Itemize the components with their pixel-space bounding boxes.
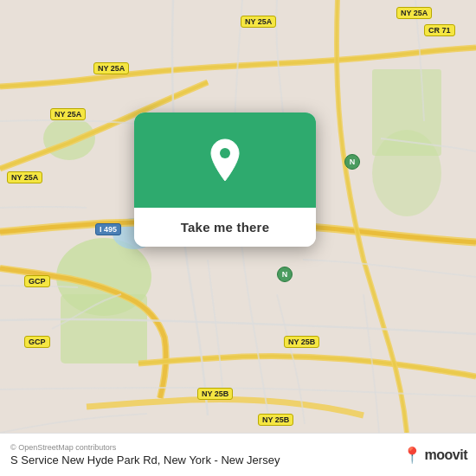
- attribution-text: © OpenStreetMap contributors: [10, 443, 280, 452]
- road-badge-ny25a-top-left: NY 25A: [93, 62, 129, 74]
- road-badge-gcp-2: GCP: [24, 336, 50, 348]
- popup-card: Take me there: [134, 113, 316, 247]
- moovit-logo: 📍 moovit: [402, 446, 467, 465]
- road-badge-ny25a-mid-left: NY 25A: [50, 108, 86, 120]
- map-container: NY 25ANY 25ANY 25ANY 25ANY 25ACR 71I 495…: [0, 0, 476, 433]
- road-badge-ny25a-far-left: NY 25A: [7, 171, 42, 183]
- road-badge-ny25a-top-right: NY 25A: [396, 7, 432, 19]
- popup-green-header: [134, 113, 316, 208]
- road-badge-i495: I 495: [95, 223, 121, 235]
- take-me-there-button[interactable]: Take me there: [134, 208, 316, 247]
- svg-point-5: [372, 130, 441, 216]
- road-badge-ny25a-top-center: NY 25A: [241, 16, 276, 28]
- road-badge-gcp-1: GCP: [24, 275, 50, 287]
- location-title: S Service New Hyde Park Rd, New York - N…: [10, 453, 280, 466]
- road-badge-ny25b-3: NY 25B: [258, 414, 293, 426]
- road-badge-n-badge-2: N: [277, 267, 293, 282]
- bottom-left-section: © OpenStreetMap contributors S Service N…: [10, 443, 280, 466]
- road-badge-ny25b-1: NY 25B: [284, 336, 319, 348]
- road-badge-ny25b-2: NY 25B: [197, 388, 233, 400]
- location-pin-icon: [206, 138, 244, 183]
- moovit-logo-text: moovit: [425, 447, 467, 463]
- road-badge-n-badge-1: N: [344, 154, 360, 170]
- svg-point-3: [43, 117, 95, 160]
- road-badge-cr71: CR 71: [424, 24, 455, 36]
- bottom-bar: © OpenStreetMap contributors S Service N…: [0, 433, 476, 476]
- moovit-pin-icon: 📍: [402, 446, 421, 465]
- svg-point-7: [220, 148, 230, 158]
